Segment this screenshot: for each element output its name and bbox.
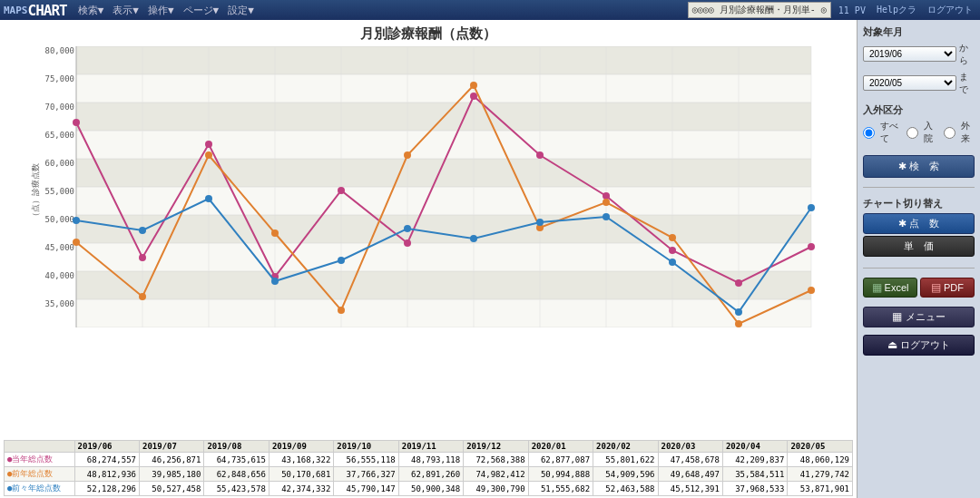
logo: MAPS CHART — [4, 2, 67, 19]
topbar: MAPS CHART 検索▼ 表示▼ 操作▼ ページ▼ 設定▼ ◎◎◎◎ 月別診… — [0, 0, 980, 20]
help-link[interactable]: Helpクラ — [873, 3, 920, 17]
row-label-prev2: ●前々年総点数 — [5, 482, 75, 496]
col-202002: 2020/02 — [593, 441, 658, 453]
btn-pdf[interactable]: ▤ PDF — [920, 278, 975, 298]
svg-point-75 — [808, 204, 815, 211]
radio-inpatient[interactable] — [906, 127, 918, 139]
svg-point-54 — [205, 151, 212, 159]
cell-p-8: 50,994,888 — [528, 467, 593, 482]
svg-text:50,000: 50,000 — [44, 215, 74, 224]
svg-point-44 — [338, 187, 345, 194]
svg-point-58 — [470, 82, 477, 89]
inout-section: 入外区分 すべて 入院 外来 — [863, 103, 975, 148]
radio-outpatient[interactable] — [944, 127, 956, 139]
menu-search[interactable]: 検索▼ — [74, 2, 108, 19]
svg-point-42 — [205, 141, 212, 148]
svg-point-60 — [603, 199, 610, 206]
logout-link[interactable]: ログアウト — [924, 3, 976, 17]
export-buttons: ▦ Excel ▤ PDF — [863, 278, 975, 299]
svg-point-46 — [470, 93, 477, 100]
cell-p-1: 48,812,936 — [74, 467, 139, 482]
col-202003: 2020/03 — [658, 441, 722, 453]
svg-point-41 — [139, 254, 146, 261]
radio-all[interactable] — [863, 127, 875, 139]
svg-text:35,000: 35,000 — [44, 299, 74, 308]
svg-point-74 — [735, 308, 742, 316]
btn-menu[interactable]: ▦ メニュー — [863, 307, 975, 327]
svg-point-65 — [139, 227, 146, 234]
cell-c-12: 48,060,129 — [788, 453, 853, 467]
btn-tanka[interactable]: 単 価 — [863, 236, 975, 257]
btn-points[interactable]: ✱ 点 数 — [863, 213, 975, 234]
svg-text:80,000: 80,000 — [44, 46, 74, 55]
table-row-current-year: ●当年総点数 68,274,557 46,256,871 64,735,615 … — [5, 453, 853, 467]
to-year-month-select[interactable]: 2020/05 — [863, 75, 956, 91]
svg-point-40 — [73, 119, 80, 126]
cell-pp-4: 42,374,332 — [269, 482, 333, 496]
cell-pp-1: 52,128,296 — [74, 482, 139, 496]
svg-point-67 — [271, 278, 279, 285]
cell-pp-3: 55,423,578 — [204, 482, 269, 496]
menu-settings[interactable]: 設定▼ — [224, 2, 258, 19]
chart-svg-container: 80,000 75,000 70,000 65,000 60,000 55,00… — [0, 44, 857, 438]
col-201911: 2019/11 — [398, 441, 463, 453]
cell-c-11: 42,209,837 — [722, 453, 787, 467]
inout-radio-group: すべて 入院 外来 — [863, 120, 975, 145]
target-year-month-title: 対象年月 — [863, 25, 975, 39]
from-year-month-select[interactable]: 2019/06 — [863, 46, 956, 62]
radio-inpatient-label: 入院 — [924, 120, 937, 145]
svg-point-56 — [338, 307, 345, 314]
svg-point-66 — [205, 195, 212, 202]
chart-title: 月別診療報酬（点数） — [0, 20, 857, 44]
cell-c-2: 46,256,871 — [140, 453, 204, 467]
svg-point-55 — [271, 229, 279, 237]
menu-operation[interactable]: 操作▼ — [144, 2, 178, 19]
svg-rect-4 — [76, 215, 811, 243]
logo-maps: MAPS — [4, 5, 28, 16]
svg-point-70 — [470, 235, 477, 242]
inout-title: 入外区分 — [863, 103, 975, 117]
search-label: 検 索 — [909, 161, 939, 171]
btn-logout[interactable]: ⏏ ログアウト — [863, 335, 975, 356]
menu-page[interactable]: ページ▼ — [180, 2, 223, 19]
cell-c-6: 48,793,118 — [398, 453, 463, 467]
points-icon: ✱ — [898, 218, 909, 229]
excel-label: Excel — [885, 282, 909, 293]
excel-icon: ▦ — [872, 281, 882, 294]
row-label-current: ●当年総点数 — [5, 453, 75, 467]
btn-excel[interactable]: ▦ Excel — [863, 278, 917, 298]
svg-point-57 — [404, 151, 411, 159]
pdf-label: PDF — [944, 282, 964, 293]
cell-p-10: 49,648,497 — [658, 467, 722, 482]
svg-point-61 — [669, 234, 676, 241]
chart-svg: 80,000 75,000 70,000 65,000 60,000 55,00… — [2, 46, 849, 327]
svg-text:70,000: 70,000 — [44, 103, 74, 112]
cell-pp-8: 51,555,682 — [528, 482, 593, 496]
svg-text:40,000: 40,000 — [44, 271, 74, 280]
search-icon: ✱ — [898, 161, 909, 171]
col-201907: 2019/07 — [140, 441, 204, 453]
logout-icon: ⏏ — [887, 338, 900, 351]
col-201912: 2019/12 — [464, 441, 528, 453]
svg-point-48 — [603, 192, 610, 200]
top-right: ◎◎◎◎ 月別診療報酬・月別単- ◎ 11 PV Helpクラ ログアウト — [688, 2, 976, 18]
menu-display[interactable]: 表示▼ — [109, 2, 142, 19]
svg-point-64 — [73, 217, 80, 224]
chart-area: 月別診療報酬（点数） 80,000 75,000 70,000 65,000 6… — [0, 20, 858, 498]
cell-p-6: 62,891,260 — [398, 467, 463, 482]
chart-switch-section: チャート切り替え ✱ 点 数 単 価 — [863, 197, 975, 259]
cell-pp-5: 45,790,147 — [334, 482, 398, 496]
svg-point-50 — [735, 279, 742, 287]
col-202005: 2020/05 — [788, 441, 853, 453]
from-label: から — [959, 42, 975, 67]
search-button[interactable]: ✱ 検 索 — [863, 155, 975, 178]
cell-c-7: 72,568,388 — [464, 453, 528, 467]
to-label: まで — [959, 71, 975, 96]
svg-rect-1 — [76, 46, 811, 74]
svg-text:75,000: 75,000 — [44, 74, 74, 83]
target-year-month-section: 対象年月 2019/06 から 2020/05 まで — [863, 25, 975, 98]
svg-point-53 — [139, 293, 146, 300]
cell-p-4: 50,170,681 — [269, 467, 333, 482]
cell-pp-10: 45,512,391 — [658, 482, 722, 496]
cell-c-9: 55,801,622 — [593, 453, 658, 467]
